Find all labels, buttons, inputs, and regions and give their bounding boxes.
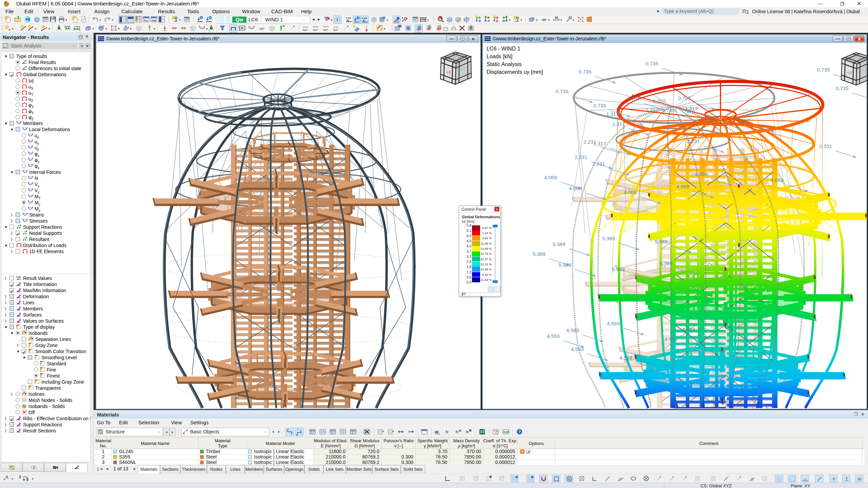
svg-text:1.317: 1.317 xyxy=(606,111,619,117)
svg-text:5.389: 5.389 xyxy=(602,236,615,241)
svg-text:-Z: -Z xyxy=(458,56,461,59)
svg-text:5.389: 5.389 xyxy=(533,251,546,257)
svg-text:1.317: 1.317 xyxy=(646,106,658,112)
svg-text:4.069: 4.069 xyxy=(676,184,689,189)
svg-text:0.00: 0.00 xyxy=(503,430,509,434)
svg-text:Loads [kN]: Loads [kN] xyxy=(487,54,512,59)
svg-text:x.xx: x.xx xyxy=(346,16,351,19)
svg-text:2.231: 2.231 xyxy=(687,138,700,144)
svg-text:-Y: -Y xyxy=(461,67,466,72)
svg-text:0.735: 0.735 xyxy=(556,88,569,94)
svg-text:5.389: 5.389 xyxy=(558,262,571,268)
svg-text:2.231: 2.231 xyxy=(819,143,832,149)
svg-text:+X: +X xyxy=(847,70,852,75)
svg-text:-X: -X xyxy=(502,19,505,23)
svg-text:-Y: -Y xyxy=(862,68,866,73)
svg-text:1.317: 1.317 xyxy=(685,106,698,111)
svg-text:Static Analysis: Static Analysis xyxy=(487,61,521,67)
svg-text:4.069: 4.069 xyxy=(771,177,784,183)
svg-text:0.707: 0.707 xyxy=(653,98,666,104)
svg-text:10: 10 xyxy=(555,16,558,19)
svg-text:-Y: -Y xyxy=(487,19,490,23)
svg-text:5.389: 5.389 xyxy=(612,266,625,272)
svg-text:0.707: 0.707 xyxy=(627,96,640,102)
svg-text:2.231: 2.231 xyxy=(575,154,588,160)
svg-text:4.593: 4.593 xyxy=(619,355,632,361)
svg-text:2.231: 2.231 xyxy=(592,161,605,167)
svg-text:4.069: 4.069 xyxy=(695,171,708,177)
svg-text:>sc: >sc xyxy=(152,19,156,22)
svg-text:Z: Z xyxy=(496,19,498,23)
svg-text:fx: fx xyxy=(466,430,469,434)
svg-text:?: ? xyxy=(518,430,521,434)
svg-text:0.735: 0.735 xyxy=(817,67,830,73)
svg-text:1.317: 1.317 xyxy=(737,118,750,124)
svg-text:4.593: 4.593 xyxy=(566,327,579,333)
svg-text:0.735: 0.735 xyxy=(646,61,658,66)
svg-text:0.707: 0.707 xyxy=(678,95,691,101)
svg-text:4.069: 4.069 xyxy=(624,189,637,195)
svg-text:fx: fx xyxy=(456,430,459,434)
svg-text:5.389: 5.389 xyxy=(660,261,673,266)
svg-text:LC6 - WIND 1: LC6 - WIND 1 xyxy=(487,46,520,52)
svg-text:4.593: 4.593 xyxy=(571,346,584,352)
svg-text:4.069: 4.069 xyxy=(544,175,557,180)
svg-text:4.593: 4.593 xyxy=(607,321,620,326)
svg-text:fx: fx xyxy=(446,430,449,434)
svg-text:4.069: 4.069 xyxy=(569,185,582,191)
svg-text:1.317: 1.317 xyxy=(612,121,625,127)
svg-text:+X: +X xyxy=(446,69,452,75)
svg-text:Displacements uy [mm]: Displacements uy [mm] xyxy=(487,69,543,75)
svg-text:x.xx: x.xx xyxy=(362,17,367,20)
svg-text:1.317: 1.317 xyxy=(704,115,717,121)
svg-text:4.593: 4.593 xyxy=(547,333,560,339)
svg-text:4.593: 4.593 xyxy=(665,337,677,342)
svg-text:0.735: 0.735 xyxy=(593,103,606,108)
svg-text:2.231: 2.231 xyxy=(584,139,596,145)
svg-text:ab: ab xyxy=(435,430,439,434)
svg-text:5.389: 5.389 xyxy=(553,241,566,247)
svg-text:-Z: -Z xyxy=(859,56,862,60)
svg-text:5.389: 5.389 xyxy=(655,239,668,244)
svg-text:0.735: 0.735 xyxy=(579,69,592,75)
svg-text:0.735: 0.735 xyxy=(836,85,849,91)
svg-text:X: X xyxy=(479,19,481,23)
svg-text:4.593: 4.593 xyxy=(682,326,695,332)
